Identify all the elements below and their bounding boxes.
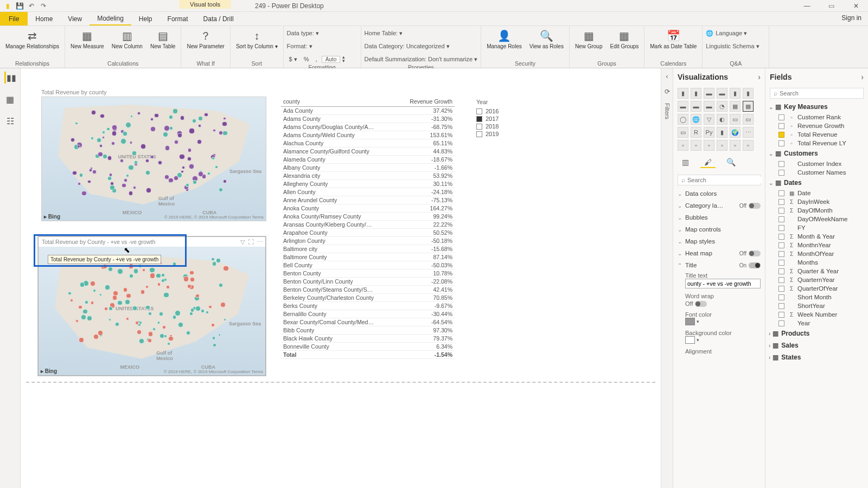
viz-type-icon[interactable]: ▫ <box>678 140 688 151</box>
decimals-stepper[interactable]: ▴▾ <box>342 55 345 63</box>
fields-search-input[interactable] <box>780 90 860 97</box>
signin-link[interactable]: Sign in <box>835 12 868 25</box>
viz-type-icon[interactable]: ▬ <box>678 101 688 112</box>
viz-type-icon[interactable]: ▫ <box>704 140 714 151</box>
fields-tab-icon[interactable]: ▥ <box>678 157 693 168</box>
fmt-title[interactable]: ⌃TitleOn <box>673 259 765 271</box>
manage-roles-button[interactable]: 👤Manage Roles <box>484 27 524 50</box>
fmt-category-labels[interactable]: ⌄Category la…Off <box>673 200 765 211</box>
datatype-dropdown[interactable]: Data type: ▾ <box>287 28 319 38</box>
viz-type-icon[interactable]: ⋯ <box>743 127 754 138</box>
table-row[interactable]: Baltimore city-15.68% <box>281 245 455 253</box>
default-summarization-dropdown[interactable]: Default Summarization: Don't summarize ▾ <box>365 54 478 64</box>
table-row[interactable]: Berks County-9.67% <box>281 302 455 310</box>
thousands-button[interactable]: , <box>314 55 320 63</box>
viz-type-icon[interactable]: ▮ <box>678 88 688 99</box>
report-view-icon[interactable]: ▮▮ <box>4 72 16 84</box>
currency-button[interactable]: $ ▾ <box>287 55 299 63</box>
mark-date-table-button[interactable]: 📅Mark as Date Table <box>648 27 699 50</box>
format-dropdown[interactable]: Format: ▾ <box>287 41 312 51</box>
edit-groups-button[interactable]: ▦Edit Groups <box>608 27 641 50</box>
linguistic-schema-dropdown[interactable]: Linguistic Schema ▾ <box>706 41 759 51</box>
home-table-dropdown[interactable]: Home Table: ▾ <box>365 28 403 38</box>
table-row[interactable]: Bibb County97.30% <box>281 326 455 335</box>
viz-type-icon[interactable]: ▮ <box>717 127 727 138</box>
viz-type-icon[interactable]: Py <box>704 127 714 138</box>
field-item[interactable]: ΣDayInWeek <box>765 197 868 206</box>
new-group-button[interactable]: ▦New Group <box>573 27 605 50</box>
viz-type-icon[interactable]: ▦ <box>730 101 741 112</box>
table-row[interactable]: Alexandria city53.92% <box>281 172 455 180</box>
viz-type-icon[interactable]: ▬ <box>717 88 727 99</box>
sort-by-column-button[interactable]: ↕Sort by Column ▾ <box>234 27 280 50</box>
table-row[interactable]: Aransas County/Kleberg County/…22.22% <box>281 221 455 229</box>
viz-type-icon[interactable]: ▭ <box>730 114 741 125</box>
viz-type-icon[interactable]: ▮ <box>691 88 701 99</box>
table-row[interactable]: Arapahoe County50.52% <box>281 229 455 237</box>
filters-label[interactable]: Filters <box>664 103 671 119</box>
new-column-button[interactable]: ▥New Column <box>110 27 145 50</box>
tab-modeling[interactable]: Modeling <box>90 12 131 25</box>
table-row[interactable]: Anoka County164.27% <box>281 204 455 213</box>
table-row[interactable]: Ada County37.42% <box>281 107 455 115</box>
field-item[interactable]: Year <box>765 319 868 328</box>
viz-type-icon[interactable]: ▬ <box>691 101 701 112</box>
map-visual-1[interactable]: UNITED STATES MEXICO CUBA Gulf of Mexico… <box>41 97 266 221</box>
viz-type-icon[interactable]: R <box>691 127 701 138</box>
fmt-map-controls[interactable]: ⌄Map controls <box>673 223 765 235</box>
fmt-data-colors[interactable]: ⌄Data colors <box>673 188 765 200</box>
viz-type-icon[interactable]: ▫ <box>730 140 741 151</box>
table-row[interactable]: Bernalillo County-30.44% <box>281 310 455 318</box>
fmt-map-styles[interactable]: ⌄Map styles <box>673 235 765 247</box>
table-row[interactable]: Anoka County/Ramsey County99.24% <box>281 213 455 221</box>
tab-view[interactable]: View <box>60 12 90 25</box>
viz-type-icon[interactable]: ▬ <box>704 88 714 99</box>
slicer-option[interactable]: 2016 <box>476 107 531 115</box>
decimals-auto[interactable]: Auto <box>322 56 341 63</box>
viz-type-icon[interactable]: ▮ <box>743 88 754 99</box>
table-row[interactable]: Albany County-1.66% <box>281 164 455 172</box>
fields-table-states[interactable]: ›▦States <box>765 351 868 363</box>
viz-type-icon[interactable]: 🌍 <box>730 127 741 138</box>
focus-icon[interactable]: ⛶ <box>248 239 254 246</box>
table-row[interactable]: Berkeley County/Charleston County70.85% <box>281 294 455 302</box>
field-item[interactable]: ΣQuarternYear <box>765 275 868 284</box>
field-item[interactable]: DayOfWeekName <box>765 215 868 223</box>
viz-type-icon[interactable]: ▦ <box>743 101 754 112</box>
slicer-option[interactable]: 2018 <box>476 123 531 130</box>
field-item[interactable]: ΣMonth & Year <box>765 232 868 241</box>
language-dropdown[interactable]: 🌐 Language ▾ <box>706 28 747 38</box>
table-row[interactable]: Bonneville County6.34% <box>281 343 455 351</box>
data-category-dropdown[interactable]: Data Category: Uncategorized ▾ <box>365 41 450 51</box>
field-item[interactable]: ▫Revenue Growth <box>765 121 868 130</box>
table-row[interactable]: Benton County/Linn County-22.08% <box>281 278 455 286</box>
model-view-icon[interactable]: ☷ <box>4 115 16 127</box>
table-row[interactable]: Alamance County/Guilford County44.83% <box>281 147 455 156</box>
field-item[interactable]: ΣMonthOfYear <box>765 249 868 258</box>
filters-expand-icon[interactable]: ⟳ <box>665 88 670 95</box>
table-row[interactable]: Arlington County-50.18% <box>281 237 455 245</box>
viz-type-icon[interactable]: ▮ <box>730 88 741 99</box>
close-icon[interactable]: ✕ <box>844 0 868 12</box>
save-icon[interactable]: 💾 <box>15 2 24 10</box>
new-parameter-button[interactable]: ？New Parameter <box>184 27 226 50</box>
tab-home[interactable]: Home <box>28 12 60 25</box>
table-row[interactable]: Baltimore County87.14% <box>281 253 455 261</box>
new-measure-button[interactable]: ▦New Measure <box>68 27 106 50</box>
table-row[interactable]: Alachua County65.11% <box>281 139 455 147</box>
analytics-tab-icon[interactable]: 🔍 <box>723 157 738 168</box>
collapse-filters-icon[interactable]: ‹ <box>666 73 668 80</box>
new-table-button[interactable]: ▤New Table <box>148 27 178 50</box>
field-item[interactable]: Customer Names <box>765 168 868 177</box>
field-item[interactable]: FY <box>765 223 868 232</box>
table-row[interactable]: Allegheny County30.11% <box>281 180 455 188</box>
field-item[interactable]: ▫Total Revenue LY <box>765 139 868 147</box>
viz-type-icon[interactable]: ▽ <box>704 114 714 125</box>
format-search-input[interactable] <box>687 177 762 183</box>
data-view-icon[interactable]: ▦ <box>4 93 16 105</box>
field-item[interactable]: Months <box>765 258 868 267</box>
table-row[interactable]: Alameda County-18.67% <box>281 156 455 164</box>
year-slicer[interactable]: Year 2016201720182019 <box>476 99 531 153</box>
format-tab-icon[interactable]: 🖌 <box>700 157 716 168</box>
field-item[interactable]: ΣMonthnYear <box>765 241 868 249</box>
